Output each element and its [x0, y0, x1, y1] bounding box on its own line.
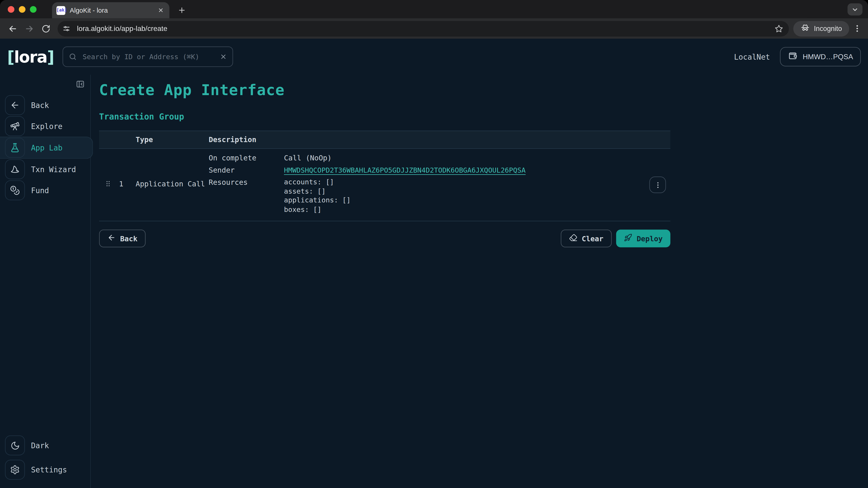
- gear-icon: [5, 460, 25, 480]
- moon-icon: [5, 435, 25, 455]
- incognito-label: Incognito: [814, 25, 842, 32]
- wizard-hat-icon: [5, 159, 25, 179]
- column-header-description: Description: [209, 135, 670, 144]
- page-title: Create App Interface: [99, 81, 868, 98]
- wallet-icon: [788, 51, 798, 62]
- rocket-icon: [624, 233, 632, 243]
- sidebar-item-label: Dark: [31, 441, 49, 450]
- resources-assets: assets: []: [284, 187, 670, 196]
- wallet-address: HMWD…PQSA: [803, 53, 853, 61]
- sidebar-item-label: App Lab: [31, 143, 62, 152]
- browser-window: [ak] AlgoKit - lora lora.algokit.io/a: [0, 0, 868, 488]
- row-index: 1: [119, 180, 123, 188]
- tab-close-icon[interactable]: [156, 6, 165, 15]
- main-content: Create App Interface Transaction Group T…: [91, 75, 868, 488]
- bookmark-star-icon[interactable]: [775, 24, 783, 33]
- sidebar-item-back[interactable]: Back: [0, 95, 92, 116]
- url-text: lora.algokit.io/app-lab/create: [77, 24, 770, 33]
- search-box[interactable]: [63, 46, 233, 67]
- search-clear-icon[interactable]: [220, 53, 227, 60]
- network-label[interactable]: LocalNet: [734, 52, 770, 61]
- back-button[interactable]: Back: [99, 230, 146, 247]
- tab-title: AlgoKit - lora: [70, 6, 152, 14]
- new-tab-button[interactable]: [175, 3, 188, 17]
- sidebar-item-label: Settings: [31, 465, 67, 474]
- search-icon: [69, 53, 77, 61]
- zoom-window-button[interactable]: [30, 6, 36, 12]
- deploy-button-label: Deploy: [637, 234, 662, 242]
- transaction-type: Application Call: [135, 180, 209, 188]
- table-header-row: Type Description: [99, 131, 670, 149]
- app-header: [lora] LocalNet HMWD…PQSA: [0, 39, 868, 74]
- column-header-type: Type: [135, 135, 209, 144]
- sidebar-item-label: Fund: [31, 186, 49, 195]
- lora-logo[interactable]: [lora]: [7, 47, 54, 66]
- reload-icon[interactable]: [39, 21, 53, 36]
- flask-icon: [5, 138, 25, 158]
- browser-tab[interactable]: [ak] AlgoKit - lora: [52, 2, 169, 18]
- browser-menu-icon[interactable]: [851, 21, 863, 36]
- on-complete-value: Call (NoOp): [284, 153, 670, 163]
- tab-favicon: [ak]: [57, 6, 65, 15]
- logo-bracket-left: [: [7, 47, 14, 66]
- arrow-left-icon: [5, 95, 25, 115]
- desktop: [ak] AlgoKit - lora lora.algokit.io/a: [0, 0, 868, 488]
- sidebar-collapse-icon[interactable]: [75, 79, 85, 89]
- section-title: Transaction Group: [99, 112, 868, 122]
- drag-handle-icon[interactable]: [105, 180, 111, 188]
- resources-boxes: boxes: []: [284, 205, 670, 214]
- sidebar-item-label: Back: [31, 101, 49, 109]
- clear-button-label: Clear: [582, 234, 603, 242]
- arrow-left-icon: [107, 233, 116, 243]
- sidebar-item-fund[interactable]: Fund: [0, 180, 92, 201]
- back-nav-icon[interactable]: [5, 21, 20, 36]
- logo-bracket-right: ]: [47, 47, 54, 66]
- sidebar-item-theme-dark[interactable]: Dark: [0, 435, 92, 456]
- back-button-label: Back: [120, 234, 137, 242]
- forward-nav-icon[interactable]: [22, 21, 37, 36]
- sender-label: Sender: [209, 165, 284, 175]
- form-actions: Back Clear Deploy: [99, 230, 670, 247]
- sidebar-item-settings[interactable]: Settings: [0, 459, 92, 480]
- browser-toolbar: lora.algokit.io/app-lab/create Incognito: [0, 18, 868, 39]
- sidebar-item-explore[interactable]: Explore: [0, 116, 92, 137]
- sidebar-item-label: Explore: [31, 122, 62, 131]
- close-window-button[interactable]: [8, 6, 14, 12]
- transaction-group-table: Type Description 1 Application Call: [99, 131, 670, 221]
- table-row: 1 Application Call On complete Call (NoO…: [99, 149, 670, 221]
- resources-accounts: accounts: []: [284, 177, 670, 187]
- resources-applications: applications: []: [284, 196, 670, 205]
- sidebar-item-label: Txn Wizard: [31, 165, 76, 174]
- incognito-icon: [801, 23, 810, 34]
- lora-app: [lora] LocalNet HMWD…PQSA: [0, 39, 868, 488]
- minimize-window-button[interactable]: [19, 6, 25, 12]
- sidebar-item-app-lab[interactable]: App Lab: [0, 137, 93, 159]
- incognito-badge: Incognito: [794, 21, 849, 36]
- on-complete-label: On complete: [209, 153, 284, 163]
- site-settings-icon[interactable]: [60, 22, 72, 35]
- eraser-icon: [569, 233, 577, 243]
- address-bar[interactable]: lora.algokit.io/app-lab/create: [58, 21, 789, 36]
- wallet-button[interactable]: HMWD…PQSA: [780, 47, 861, 66]
- telescope-icon: [5, 116, 25, 136]
- search-input[interactable]: [82, 52, 216, 61]
- resources-label: Resources: [209, 177, 284, 214]
- logo-word: lora: [14, 47, 47, 66]
- sidebar-item-txn-wizard[interactable]: Txn Wizard: [0, 159, 92, 180]
- row-menu-button[interactable]: [649, 176, 666, 193]
- clear-button[interactable]: Clear: [561, 230, 612, 247]
- sender-address-link[interactable]: HMWDSHQCOPD2T36WBAHLAZ6PO5GDJJZBN4D2TODK…: [284, 165, 670, 175]
- tab-search-chevron-button[interactable]: [847, 3, 862, 15]
- sidebar: Back Explore App Lab: [0, 75, 91, 488]
- tab-strip: [ak] AlgoKit - lora: [0, 0, 868, 18]
- deploy-button[interactable]: Deploy: [616, 230, 671, 247]
- window-controls: [0, 0, 44, 18]
- coins-icon: [5, 180, 25, 200]
